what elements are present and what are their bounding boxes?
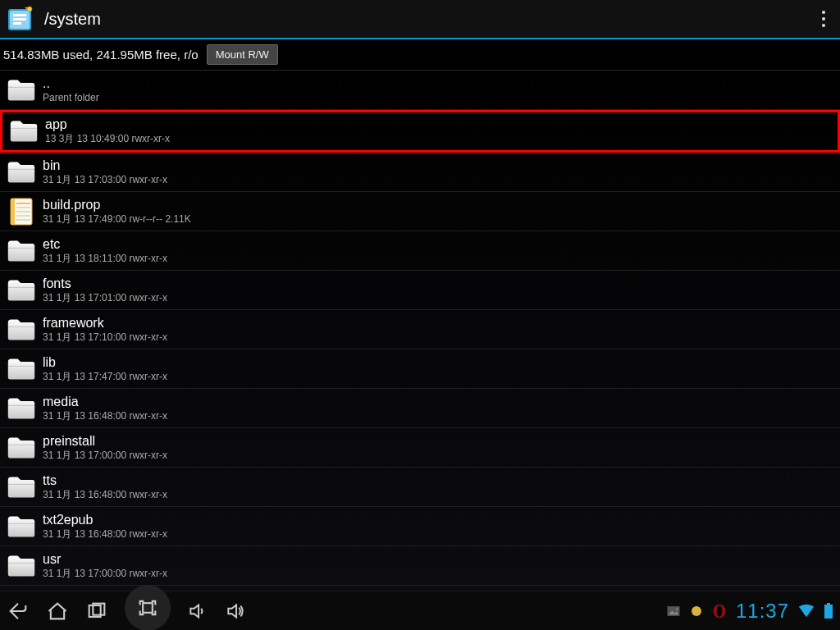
svg-rect-15	[143, 603, 153, 613]
file-name: media	[43, 395, 167, 409]
file-meta: 31 1月 13 17:00:00 rwxr-xr-x	[43, 449, 167, 462]
folder-icon	[5, 353, 38, 386]
back-icon[interactable]	[7, 600, 30, 623]
file-meta: 31 1月 13 17:01:00 rwxr-xr-x	[43, 291, 167, 304]
file-row[interactable]: bin31 1月 13 17:03:00 rwxr-xr-x	[0, 153, 840, 192]
folder-icon	[7, 115, 40, 148]
file-meta: 13 3月 13 10:49:00 rwxr-xr-x	[45, 132, 170, 145]
svg-rect-22	[827, 603, 830, 605]
file-name: txt2epub	[43, 513, 167, 527]
svg-rect-3	[13, 18, 26, 21]
app-bar: /system	[0, 0, 840, 39]
file-row[interactable]: txt2epub31 1月 13 16:48:00 rwxr-xr-x	[0, 507, 840, 546]
folder-icon	[5, 510, 38, 543]
file-name: fonts	[43, 276, 167, 291]
file-meta: 31 1月 13 16:48:00 rwxr-xr-x	[43, 409, 167, 422]
home-icon[interactable]	[46, 600, 69, 623]
svg-rect-7	[11, 199, 15, 225]
file-row[interactable]: fonts31 1月 13 17:01:00 rwxr-xr-x	[0, 271, 840, 310]
file-row[interactable]: preinstall31 1月 13 17:00:00 rwxr-xr-x	[0, 428, 840, 468]
folder-icon	[5, 156, 38, 189]
screenshot-button[interactable]	[125, 585, 171, 631]
recent-apps-icon[interactable]	[85, 600, 108, 623]
file-meta: Parent folder	[43, 91, 99, 104]
picture-icon	[665, 603, 682, 619]
folder-icon	[5, 274, 38, 307]
file-name: framework	[43, 316, 167, 331]
svg-rect-2	[13, 14, 26, 16]
file-name: bin	[43, 158, 167, 173]
file-row[interactable]: lib31 1月 13 17:47:00 rwxr-xr-x	[0, 349, 840, 389]
file-meta: 31 1月 13 17:47:00 rwxr-xr-x	[43, 370, 167, 383]
page-title: /system	[44, 10, 814, 29]
app-icon	[7, 4, 36, 34]
file-name: preinstall	[43, 434, 167, 449]
file-meta: 31 1月 13 17:10:00 rwxr-xr-x	[43, 331, 167, 344]
file-meta: 31 1月 13 17:03:00 rwxr-xr-x	[43, 173, 167, 186]
folder-icon	[5, 235, 38, 267]
folder-icon	[5, 550, 38, 582]
file-row[interactable]: build.prop31 1月 13 17:49:00 rw-r--r-- 2.…	[0, 192, 840, 231]
file-meta: 31 1月 13 18:11:00 rwxr-xr-x	[43, 252, 167, 265]
file-meta: 31 1月 13 16:48:00 rwxr-xr-x	[43, 488, 167, 501]
file-name: app	[45, 117, 170, 132]
mount-rw-button[interactable]: Mount R/W	[207, 44, 278, 65]
svg-point-20	[717, 605, 723, 616]
folder-icon	[5, 471, 38, 504]
opera-icon	[711, 603, 728, 619]
svg-point-18	[692, 606, 701, 616]
file-row[interactable]: app13 3月 13 10:49:00 rwxr-xr-x	[0, 110, 840, 153]
file-row[interactable]: usr31 1月 13 17:00:00 rwxr-xr-x	[0, 546, 840, 586]
file-icon	[5, 195, 38, 228]
volume-up-icon[interactable]	[225, 600, 246, 622]
file-list[interactable]: ..Parent folder app13 3月 13 10:49:00 rwx…	[0, 71, 840, 591]
svg-point-17	[676, 608, 678, 610]
file-name: ..	[43, 76, 99, 91]
storage-status: 514.83MB used, 241.95MB free, r/o	[3, 48, 199, 62]
file-row[interactable]: tts31 1月 13 16:48:00 rwxr-xr-x	[0, 468, 840, 507]
circle-status-icon	[690, 605, 703, 618]
file-row[interactable]: ..Parent folder	[0, 71, 840, 110]
svg-rect-4	[13, 22, 21, 25]
status-row: 514.83MB used, 241.95MB free, r/o Mount …	[0, 39, 840, 71]
svg-rect-21	[824, 605, 833, 619]
file-meta: 31 1月 13 17:00:00 rwxr-xr-x	[43, 567, 167, 580]
svg-point-5	[27, 7, 32, 11]
folder-icon	[5, 313, 38, 346]
volume-down-icon[interactable]	[187, 600, 208, 622]
file-name: lib	[43, 355, 167, 370]
file-name: tts	[43, 473, 167, 488]
file-row[interactable]: framework31 1月 13 17:10:00 rwxr-xr-x	[0, 310, 840, 349]
overflow-menu-icon[interactable]	[814, 9, 833, 29]
file-name: build.prop	[43, 198, 191, 212]
file-name: usr	[43, 552, 167, 567]
file-row[interactable]: etc31 1月 13 18:11:00 rwxr-xr-x	[0, 231, 840, 271]
file-meta: 31 1月 13 16:48:00 rwxr-xr-x	[43, 527, 167, 541]
file-name: etc	[43, 237, 167, 252]
file-meta: 31 1月 13 17:49:00 rw-r--r-- 2.11K	[43, 212, 191, 226]
clock: 11:37	[736, 600, 789, 623]
file-row[interactable]: media31 1月 13 16:48:00 rwxr-xr-x	[0, 389, 840, 428]
wifi-icon	[797, 603, 815, 619]
battery-icon	[824, 603, 833, 619]
folder-icon	[5, 74, 38, 107]
folder-icon	[5, 431, 38, 464]
system-nav-bar: 11:37	[0, 591, 840, 630]
folder-icon	[5, 392, 38, 425]
